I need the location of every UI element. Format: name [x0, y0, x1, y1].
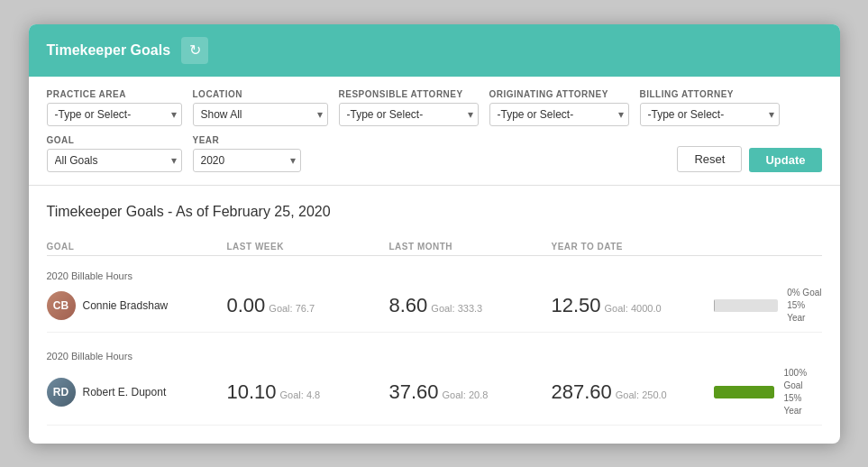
person-cell-1: CB Connie Bradshaw: [47, 291, 227, 320]
billing-attorney-select-wrapper[interactable]: -Type or Select-: [640, 103, 780, 126]
last-month-2: 37.60 Goal: 20.8: [389, 380, 552, 404]
last-month-goal-2: Goal: 20.8: [443, 389, 489, 400]
originating-attorney-select-wrapper[interactable]: -Type or Select-: [489, 103, 629, 126]
last-week-goal-2: Goal: 4.8: [280, 389, 321, 400]
ytd-goal-2: Goal: 250.0: [616, 389, 667, 400]
progress-goal-label-2: 100% Goal: [783, 367, 821, 392]
row-type-1: 2020 Billable Hours: [47, 270, 822, 281]
originating-attorney-label: ORIGINATING ATTORNEY: [489, 89, 629, 99]
responsible-attorney-label: RESPONSIBLE ATTORNEY: [339, 89, 479, 99]
goal-filter: GOAL All Goals: [47, 135, 182, 172]
row-data-2: RD Robert E. Dupont 10.10 Goal: 4.8 37.6…: [47, 367, 822, 417]
avatar-initials-2: RD: [53, 386, 69, 398]
originating-attorney-filter: ORIGINATING ATTORNEY -Type or Select-: [489, 89, 629, 126]
ytd-goal-1: Goal: 4000.0: [605, 303, 662, 314]
goal-select-wrapper[interactable]: All Goals: [47, 149, 182, 172]
ytd-value-1: 12.50: [552, 294, 601, 317]
location-filter: LOCATION Show All: [193, 89, 328, 126]
progress-cell-1: 0% Goal 15% Year: [714, 287, 822, 325]
progress-labels-2: 100% Goal 15% Year: [783, 367, 821, 417]
responsible-attorney-select-wrapper[interactable]: -Type or Select-: [339, 103, 479, 126]
goal-select[interactable]: All Goals: [47, 149, 182, 172]
progress-goal-label-1: 0% Goal: [787, 287, 821, 299]
person-name-1: Connie Bradshaw: [83, 299, 169, 312]
row-data-1: CB Connie Bradshaw 0.00 Goal: 76.7 8.60 …: [47, 287, 822, 325]
col-ytd: YEAR TO DATE: [552, 242, 714, 252]
report-title: Timekeeper Goals - As of February 25, 20…: [47, 204, 822, 220]
filter-row-2: GOAL All Goals YEAR 2020 2019 2018: [47, 135, 822, 172]
ytd-2: 287.60 Goal: 250.0: [552, 380, 714, 404]
goal-label: GOAL: [47, 135, 182, 145]
progress-fill-2: [714, 386, 775, 398]
progress-fill-1: [714, 299, 715, 312]
person-cell-2: RD Robert E. Dupont: [47, 378, 227, 407]
col-progress: [714, 242, 822, 252]
billing-attorney-select[interactable]: -Type or Select-: [640, 103, 780, 126]
progress-labels-1: 0% Goal 15% Year: [787, 287, 821, 325]
last-month-value-2: 37.60: [389, 380, 439, 404]
refresh-button[interactable]: ↻: [181, 37, 208, 64]
last-month-1: 8.60 Goal: 333.3: [389, 294, 552, 317]
practice-area-select[interactable]: -Type or Select-: [47, 103, 182, 126]
location-label: LOCATION: [193, 89, 328, 99]
last-month-goal-1: Goal: 333.3: [431, 303, 482, 314]
practice-area-label: PRACTICE AREA: [47, 89, 182, 99]
year-filter: YEAR 2020 2019 2018: [193, 135, 301, 172]
last-week-value-1: 0.00: [227, 294, 266, 317]
responsible-attorney-select[interactable]: -Type or Select-: [339, 103, 479, 126]
avatar-initials-1: CB: [53, 299, 69, 312]
practice-area-select-wrapper[interactable]: -Type or Select-: [47, 103, 182, 126]
year-select-wrapper[interactable]: 2020 2019 2018: [193, 149, 301, 172]
col-last-week: LAST WEEK: [227, 242, 389, 252]
row-type-2: 2020 Billable Hours: [47, 351, 822, 362]
originating-attorney-select[interactable]: -Type or Select-: [489, 103, 629, 126]
update-button[interactable]: Update: [749, 148, 821, 172]
person-name-2: Robert E. Dupont: [83, 386, 167, 398]
location-select[interactable]: Show All: [193, 103, 328, 126]
responsible-attorney-filter: RESPONSIBLE ATTORNEY -Type or Select-: [339, 89, 479, 126]
progress-cell-2: 100% Goal 15% Year: [714, 367, 822, 417]
last-week-2: 10.10 Goal: 4.8: [227, 380, 389, 404]
ytd-value-2: 287.60: [552, 380, 612, 404]
header: Timekeeper Goals ↻: [29, 24, 840, 77]
billing-attorney-label: BILLING ATTORNEY: [640, 89, 780, 99]
main-window: Timekeeper Goals ↻ PRACTICE AREA -Type o…: [29, 24, 840, 444]
col-goal: GOAL: [47, 242, 227, 252]
progress-year-label-1: 15% Year: [787, 299, 821, 325]
table-row: 2020 Billable Hours CB Connie Bradshaw 0…: [47, 263, 822, 333]
billing-attorney-filter: BILLING ATTORNEY -Type or Select-: [640, 89, 780, 126]
last-week-1: 0.00 Goal: 76.7: [227, 294, 389, 317]
reset-button[interactable]: Reset: [677, 146, 742, 172]
page-title: Timekeeper Goals: [47, 42, 171, 59]
last-month-value-1: 8.60: [389, 294, 428, 317]
last-week-goal-1: Goal: 76.7: [269, 303, 315, 314]
last-week-value-2: 10.10: [227, 380, 277, 404]
action-buttons: Reset Update: [677, 146, 821, 172]
progress-bar-1: [714, 299, 779, 312]
year-label: YEAR: [193, 135, 301, 145]
progress-year-label-2: 15% Year: [783, 392, 821, 417]
refresh-icon: ↻: [189, 41, 201, 59]
filter-row-1: PRACTICE AREA -Type or Select- LOCATION …: [47, 89, 822, 126]
content-area: Timekeeper Goals - As of February 25, 20…: [29, 186, 840, 444]
table-row: 2020 Billable Hours RD Robert E. Dupont …: [47, 343, 822, 426]
ytd-1: 12.50 Goal: 4000.0: [552, 294, 714, 317]
avatar-1: CB: [47, 291, 76, 320]
col-last-month: LAST MONTH: [389, 242, 552, 252]
table-header: GOAL LAST WEEK LAST MONTH YEAR TO DATE: [47, 238, 822, 256]
filters-panel: PRACTICE AREA -Type or Select- LOCATION …: [29, 77, 840, 186]
progress-bar-2: [714, 386, 775, 398]
year-select[interactable]: 2020 2019 2018: [193, 149, 301, 172]
avatar-2: RD: [47, 378, 76, 407]
location-select-wrapper[interactable]: Show All: [193, 103, 328, 126]
practice-area-filter: PRACTICE AREA -Type or Select-: [47, 89, 182, 126]
